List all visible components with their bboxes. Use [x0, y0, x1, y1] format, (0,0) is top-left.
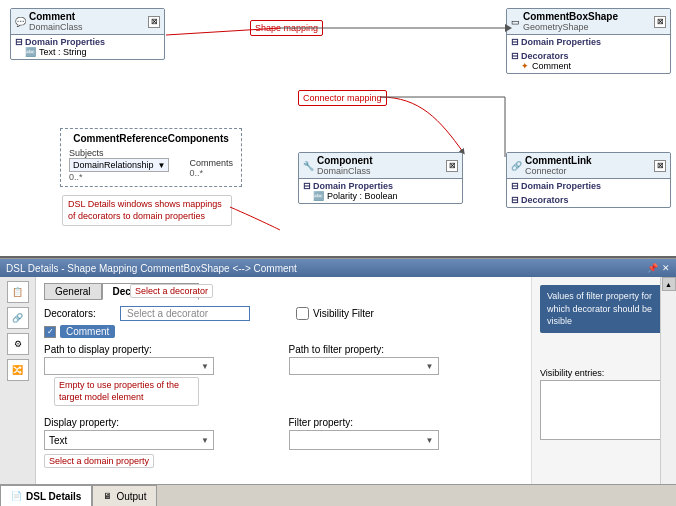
- visibility-filter-label: Visibility Filter: [296, 307, 374, 320]
- decorators-row: Decorators: Select a decorator Select a …: [44, 306, 523, 321]
- sidebar-icon-4[interactable]: 🔀: [7, 359, 29, 381]
- path-row: Path to display property: ▼ Empty to use…: [44, 344, 523, 375]
- link-icon: 🔗: [511, 161, 522, 171]
- scroll-track: [661, 291, 676, 493]
- path-filter-label: Path to filter property:: [289, 344, 524, 355]
- dsl-callout: DSL Details windows shows mappings of de…: [62, 195, 232, 226]
- scrollbar[interactable]: ▲ ▼: [660, 277, 676, 506]
- bottom-tab-output[interactable]: 🖥 Output: [92, 485, 157, 507]
- filter-property-col: Filter property: ▼: [289, 417, 524, 450]
- commentboxshape-domain-section: ⊟ Domain Properties: [507, 35, 670, 49]
- component-subtitle: DomainClass: [317, 166, 373, 176]
- comment-checkbox[interactable]: ✓: [44, 326, 56, 338]
- commentlink-collapse-btn[interactable]: ⊠: [654, 160, 666, 172]
- comment-box-header: 💬 Comment DomainClass ⊠: [11, 9, 164, 35]
- dsl-tab-icon: 📄: [11, 491, 22, 501]
- display-property-label: Display property:: [44, 417, 279, 428]
- subjects-col: Subjects DomainRelationship ▼ 0..*: [69, 148, 169, 182]
- component-domain-section: ⊟ Domain Properties 🔤 Polarity : Boolean: [299, 179, 462, 203]
- scroll-up-btn[interactable]: ▲: [662, 277, 676, 291]
- ref-components-box: CommentReferenceComponents Subjects Doma…: [60, 128, 242, 187]
- filter-property-select[interactable]: ▼: [289, 430, 439, 450]
- sidebar-icon-3[interactable]: ⚙: [7, 333, 29, 355]
- commentboxshape-box: ▭ CommentBoxShape GeometryShape ⊠ ⊟ Doma…: [506, 8, 671, 74]
- decorators-label: Decorators:: [44, 308, 114, 319]
- diagram-area: 💬 Comment DomainClass ⊠ ⊟ Domain Propert…: [0, 0, 676, 258]
- empty-callout: Empty to use properties of the target mo…: [54, 377, 199, 406]
- comment-box: 💬 Comment DomainClass ⊠ ⊟ Domain Propert…: [10, 8, 165, 60]
- tabs: General Decorator Maps: [44, 283, 523, 300]
- comment-box-title: Comment: [29, 11, 83, 22]
- component-collapse-btn[interactable]: ⊠: [446, 160, 458, 172]
- path-filter-select[interactable]: ▼: [289, 357, 439, 375]
- panel-titlebar: DSL Details - Shape Mapping CommentBoxSh…: [0, 259, 676, 277]
- commentboxshape-decorators-header: ⊟ Decorators: [511, 51, 666, 61]
- component-box: 🔧 Component DomainClass ⊠ ⊟ Domain Prope…: [298, 152, 463, 204]
- commentlink-domain-header: ⊟ Domain Properties: [511, 181, 666, 191]
- select-decorator-box[interactable]: Select a decorator: [120, 306, 250, 321]
- path-display-label: Path to display property:: [44, 344, 279, 355]
- display-col: Path to display property: ▼ Empty to use…: [44, 344, 279, 375]
- panel-content: General Decorator Maps Decorators: Selec…: [36, 277, 531, 506]
- comments-col: Comments 0..*: [189, 158, 233, 178]
- shape-icon: ▭: [511, 17, 520, 27]
- commentboxshape-decorators-section: ⊟ Decorators ✦ Comment: [507, 49, 670, 73]
- comment-collapse-btn[interactable]: ⊠: [148, 16, 160, 28]
- pin-button[interactable]: 📌: [647, 263, 658, 273]
- select-decorator-callout: Select a decorator: [130, 284, 213, 298]
- visibility-filter-checkbox[interactable]: [296, 307, 309, 320]
- comment-icon: 💬: [15, 17, 26, 27]
- path-display-select[interactable]: ▼: [44, 357, 214, 375]
- comment-domain-section: ⊟ Domain Properties 🔤 Text : String: [11, 35, 164, 59]
- property-icon: 🔤: [313, 191, 324, 201]
- component-polarity-item: 🔤 Polarity : Boolean: [303, 191, 458, 201]
- comments-label: Comments: [189, 158, 233, 168]
- display-property-select[interactable]: Text ▼: [44, 430, 214, 450]
- ref-row: Subjects DomainRelationship ▼ 0..* Comme…: [69, 148, 233, 182]
- subjects-label: Subjects: [69, 148, 169, 158]
- panel-body: 📋 🔗 ⚙ 🔀 General Decorator Maps Decorator…: [0, 277, 676, 506]
- visibility-entries-label: Visibility entries:: [540, 368, 668, 378]
- commentlink-decorators-header: ⊟ Decorators: [511, 195, 666, 205]
- commentboxshape-title: CommentBoxShape: [523, 11, 618, 22]
- filter-property-label: Filter property:: [289, 417, 524, 428]
- commentboxshape-header: ▭ CommentBoxShape GeometryShape ⊠: [507, 9, 670, 35]
- comment-domain-header: ⊟ Domain Properties: [15, 37, 160, 47]
- commentlink-subtitle: Connector: [525, 166, 592, 176]
- text-icon: 🔤: [25, 47, 36, 57]
- decorator-icon: ✦: [521, 61, 529, 71]
- commentboxshape-collapse-btn[interactable]: ⊠: [654, 16, 666, 28]
- commentlink-header: 🔗 CommentLink Connector ⊠: [507, 153, 670, 179]
- visibility-entries-box: [540, 380, 668, 440]
- shape-mapping-label: Shape mapping: [250, 20, 323, 36]
- component-header: 🔧 Component DomainClass ⊠: [299, 153, 462, 179]
- sidebar-icon-2[interactable]: 🔗: [7, 307, 29, 329]
- property-row: Display property: Text ▼ Filter property…: [44, 417, 523, 450]
- sidebar-icon-1[interactable]: 📋: [7, 281, 29, 303]
- comment-decorator-tag: Comment: [60, 325, 115, 338]
- commentboxshape-subtitle: GeometryShape: [523, 22, 618, 32]
- close-button[interactable]: ✕: [662, 263, 670, 273]
- bottom-tab-dsldetails[interactable]: 📄 DSL Details: [0, 485, 92, 507]
- right-panel: Values of filter property for which deco…: [531, 277, 676, 506]
- panel-titlebar-btns: 📌 ✕: [647, 263, 670, 273]
- ref-components-title: CommentReferenceComponents: [69, 133, 233, 144]
- panel-title: DSL Details - Shape Mapping CommentBoxSh…: [6, 263, 297, 274]
- subjects-select[interactable]: DomainRelationship ▼: [69, 158, 169, 172]
- filter-callout: Values of filter property for which deco…: [540, 285, 668, 333]
- panel-sidebar: 📋 🔗 ⚙ 🔀: [0, 277, 36, 506]
- tab-general[interactable]: General: [44, 283, 102, 300]
- select-domain-callout: Select a domain property: [44, 454, 154, 468]
- commentboxshape-domain-header: ⊟ Domain Properties: [511, 37, 666, 47]
- bottom-tabbar: 📄 DSL Details 🖥 Output: [0, 484, 676, 506]
- commentlink-title: CommentLink: [525, 155, 592, 166]
- comment-box-subtitle: DomainClass: [29, 22, 83, 32]
- commentboxshape-comment-item: ✦ Comment: [511, 61, 666, 71]
- component-icon: 🔧: [303, 161, 314, 171]
- commentlink-box: 🔗 CommentLink Connector ⊠ ⊟ Domain Prope…: [506, 152, 671, 208]
- component-domain-header: ⊟ Domain Properties: [303, 181, 458, 191]
- connector-mapping-label: Connector mapping: [298, 90, 387, 106]
- commentlink-decorators-section: ⊟ Decorators: [507, 193, 670, 207]
- output-tab-icon: 🖥: [103, 491, 112, 501]
- commentlink-domain-section: ⊟ Domain Properties: [507, 179, 670, 193]
